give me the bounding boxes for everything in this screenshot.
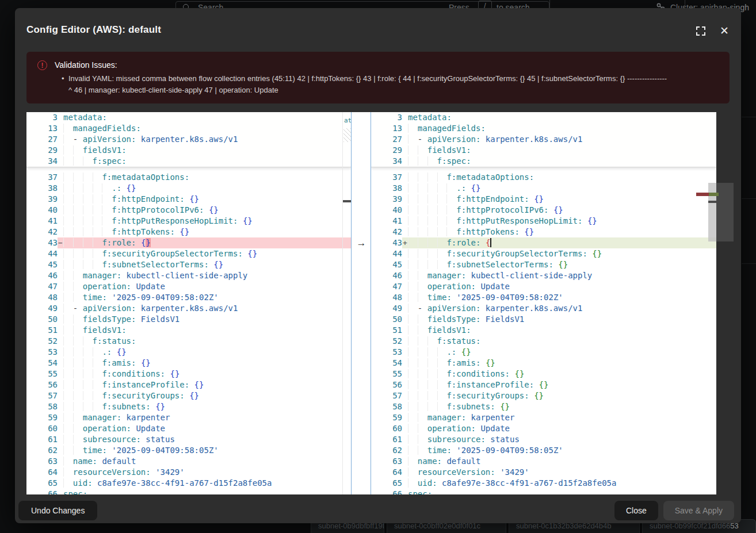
code-line[interactable]: 56 f:instanceProfile: {}: [371, 379, 716, 390]
line-number[interactable]: 66: [371, 489, 402, 494]
line-number[interactable]: 34: [26, 156, 58, 167]
line-number[interactable]: 46: [26, 270, 58, 281]
line-number[interactable]: 53: [26, 347, 58, 358]
code-line[interactable]: 51 fieldsV1:: [371, 325, 716, 336]
code-line[interactable]: 63 name: default: [26, 456, 351, 467]
line-number[interactable]: 48: [26, 292, 58, 303]
code-line[interactable]: 39 f:httpEndpoint: {}: [371, 194, 716, 205]
code-line[interactable]: 49 - apiVersion: karpenter.k8s.aws/v1: [26, 303, 351, 314]
line-number[interactable]: 55: [371, 369, 402, 379]
code-line[interactable]: 44 f:securityGroupSelectorTerms: {}: [26, 248, 351, 259]
code-line[interactable]: 54 f:amis: {}: [26, 358, 351, 369]
line-number[interactable]: 43: [26, 237, 58, 248]
line-number[interactable]: 43: [371, 237, 402, 248]
line-number[interactable]: 62: [371, 445, 402, 456]
code-line[interactable]: 34 f:spec:: [371, 156, 716, 167]
code-line[interactable]: 43− f:role: {}: [26, 237, 351, 248]
code-line[interactable]: 60 operation: Update: [371, 423, 716, 434]
code-line[interactable]: 3metadata:: [371, 112, 716, 123]
line-number[interactable]: 63: [26, 456, 58, 467]
line-number[interactable]: 34: [371, 156, 402, 167]
line-number[interactable]: 61: [371, 434, 402, 445]
code-line[interactable]: 62 time: '2025-09-04T09:58:05Z': [26, 445, 351, 456]
code-line[interactable]: 13 managedFields:: [26, 123, 351, 134]
code-line[interactable]: 65 uid: c8afe97e-38cc-4f91-a767-d15f2a8f…: [26, 478, 351, 489]
line-number[interactable]: 54: [26, 358, 58, 369]
line-number[interactable]: 39: [26, 194, 58, 205]
close-button-x[interactable]: ✕: [718, 25, 731, 37]
code-line[interactable]: 42 f:httpTokens: {}: [26, 227, 351, 237]
line-number[interactable]: 52: [371, 336, 402, 347]
code-line[interactable]: 54 f:amis: {}: [371, 358, 716, 369]
code-line[interactable]: 58 f:subnets: {}: [26, 401, 351, 412]
code-line[interactable]: 52 f:status:: [26, 336, 351, 347]
line-number[interactable]: 37: [371, 172, 402, 183]
code-line[interactable]: 53 .: {}: [26, 347, 351, 358]
line-number[interactable]: 40: [26, 205, 58, 216]
line-number[interactable]: 62: [26, 445, 58, 456]
code-line[interactable]: 58 f:subnets: {}: [371, 401, 716, 412]
line-number[interactable]: 65: [371, 478, 402, 489]
line-number[interactable]: 48: [371, 292, 402, 303]
code-line[interactable]: 37 f:metadataOptions:: [371, 172, 716, 183]
save-apply-button[interactable]: Save & Apply: [663, 501, 734, 520]
sticky-scroll-header[interactable]: 3metadata:13 managedFields:27 - apiVersi…: [371, 112, 716, 167]
line-number[interactable]: 63: [371, 456, 402, 467]
sticky-scroll-header[interactable]: 3metadata:13 managedFields:27 - apiVersi…: [26, 112, 351, 167]
code-line[interactable]: 37 f:metadataOptions:: [26, 172, 351, 183]
code-line[interactable]: 47 operation: Update: [371, 281, 716, 292]
line-number[interactable]: 27: [371, 134, 402, 145]
fullscreen-button[interactable]: [694, 25, 707, 37]
line-number[interactable]: 58: [26, 401, 58, 412]
code-line[interactable]: 56 f:instanceProfile: {}: [26, 379, 351, 390]
code-line[interactable]: 59 manager: karpenter: [26, 412, 351, 423]
line-number[interactable]: 59: [26, 412, 58, 423]
line-number[interactable]: 66: [26, 489, 58, 494]
overview-ruler[interactable]: at: [342, 112, 351, 494]
code-line[interactable]: 65 uid: c8afe97e-38cc-4f91-a767-d15f2a8f…: [371, 478, 716, 489]
code-lines[interactable]: 37 f:metadataOptions:38 .: {}39 f:httpEn…: [26, 167, 351, 494]
code-line[interactable]: 49 - apiVersion: karpenter.k8s.aws/v1: [371, 303, 716, 314]
line-number[interactable]: 44: [26, 248, 58, 259]
line-number[interactable]: 41: [371, 216, 402, 227]
close-button[interactable]: Close: [614, 501, 658, 520]
modified-editor-pane[interactable]: 3metadata:13 managedFields:27 - apiVersi…: [371, 112, 716, 494]
code-line[interactable]: 64 resourceVersion: '3429': [371, 467, 716, 478]
line-number[interactable]: 47: [371, 281, 402, 292]
line-number[interactable]: 61: [26, 434, 58, 445]
line-number[interactable]: 58: [371, 401, 402, 412]
line-number[interactable]: 39: [371, 194, 402, 205]
code-line[interactable]: 55 f:conditions: {}: [371, 369, 716, 379]
code-line[interactable]: 29 fieldsV1:: [26, 145, 351, 156]
code-line[interactable]: 59 manager: karpenter: [371, 412, 716, 423]
code-line[interactable]: 38 .: {}: [371, 183, 716, 194]
line-number[interactable]: 64: [371, 467, 402, 478]
line-number[interactable]: 50: [26, 314, 58, 325]
code-line[interactable]: 60 operation: Update: [26, 423, 351, 434]
line-number[interactable]: 57: [26, 390, 58, 401]
line-number[interactable]: 47: [26, 281, 58, 292]
line-number[interactable]: 52: [26, 336, 58, 347]
line-number[interactable]: 56: [26, 379, 58, 390]
code-line[interactable]: 55 f:conditions: {}: [26, 369, 351, 379]
line-number[interactable]: 55: [26, 369, 58, 379]
line-number[interactable]: 42: [26, 227, 58, 237]
vertical-scrollbar[interactable]: [708, 183, 716, 241]
revert-arrow-button[interactable]: →: [355, 237, 368, 248]
original-editor-pane[interactable]: 3metadata:13 managedFields:27 - apiVersi…: [26, 112, 351, 494]
code-line[interactable]: 50 fieldsType: FieldsV1: [371, 314, 716, 325]
line-number[interactable]: 44: [371, 248, 402, 259]
line-number[interactable]: 59: [371, 412, 402, 423]
line-number[interactable]: 42: [371, 227, 402, 237]
code-line[interactable]: 34 f:spec:: [26, 156, 351, 167]
line-number[interactable]: 45: [26, 259, 58, 270]
line-number[interactable]: 13: [26, 123, 58, 134]
line-number[interactable]: 41: [26, 216, 58, 227]
line-number[interactable]: 3: [26, 112, 58, 123]
code-line[interactable]: 62 time: '2025-09-04T09:58:05Z': [371, 445, 716, 456]
line-number[interactable]: 29: [371, 145, 402, 156]
code-line[interactable]: 40 f:httpProtocolIPv6: {}: [371, 205, 716, 216]
line-number[interactable]: 46: [371, 270, 402, 281]
undo-changes-button[interactable]: Undo Changes: [18, 501, 97, 520]
line-number[interactable]: 40: [371, 205, 402, 216]
